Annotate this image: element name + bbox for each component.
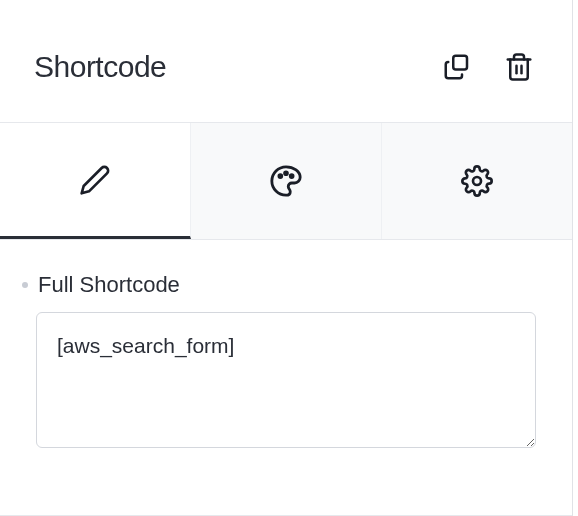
- svg-point-6: [473, 177, 481, 185]
- trash-icon: [504, 52, 534, 82]
- tab-edit[interactable]: [0, 123, 191, 239]
- bullet-icon: [22, 282, 28, 288]
- header-actions: [438, 48, 538, 86]
- svg-point-5: [290, 175, 293, 178]
- panel-title: Shortcode: [34, 50, 166, 84]
- tabs: [0, 123, 572, 240]
- svg-rect-0: [453, 56, 467, 70]
- tab-style[interactable]: [191, 123, 382, 239]
- gear-icon: [461, 165, 493, 197]
- field-label: Full Shortcode: [38, 272, 180, 298]
- panel-header: Shortcode: [0, 0, 572, 123]
- shortcode-input[interactable]: [36, 312, 536, 448]
- field-label-row: Full Shortcode: [36, 272, 536, 298]
- shortcode-field-group: Full Shortcode: [36, 272, 536, 448]
- svg-point-4: [285, 172, 288, 175]
- pencil-icon: [79, 164, 111, 196]
- palette-icon: [269, 164, 303, 198]
- tab-settings[interactable]: [382, 123, 572, 239]
- content-area: Full Shortcode: [0, 240, 572, 515]
- delete-button[interactable]: [500, 48, 538, 86]
- shortcode-panel: Shortcode: [0, 0, 573, 516]
- copy-icon: [442, 52, 472, 82]
- svg-point-3: [279, 175, 282, 178]
- copy-button[interactable]: [438, 48, 476, 86]
